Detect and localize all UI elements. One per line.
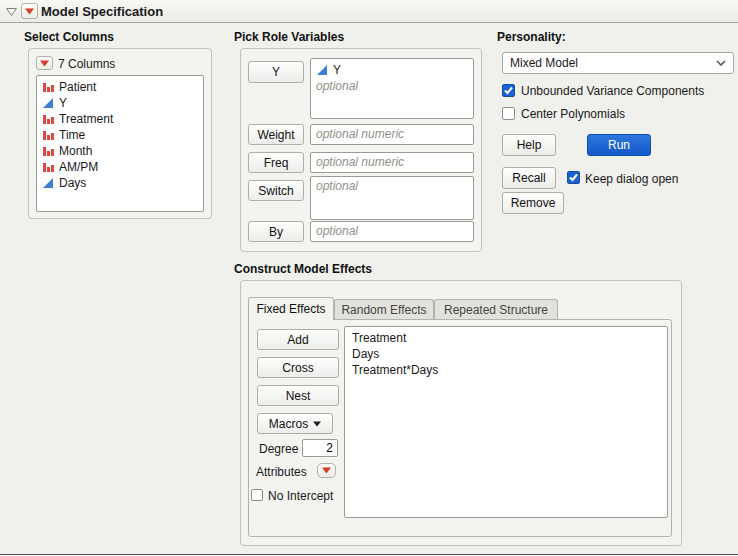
columns-listbox: Patient Y Treatment Time Month AM/PM Day…	[36, 75, 204, 212]
column-item-ampm[interactable]: AM/PM	[39, 159, 201, 175]
tab-label: Fixed Effects	[256, 302, 325, 316]
tab-repeated-structure[interactable]: Repeated Structure	[434, 299, 558, 319]
pick-roles-title: Pick Role Variables	[234, 30, 344, 44]
effect-label: Days	[352, 347, 379, 361]
effect-item[interactable]: Days	[349, 346, 663, 362]
center-polynomials-checkbox[interactable]	[502, 107, 515, 120]
macros-label: Macros	[269, 417, 308, 431]
chevron-down-icon	[716, 60, 726, 66]
remove-button[interactable]: Remove	[502, 192, 564, 214]
column-label: Days	[59, 176, 86, 190]
run-button[interactable]: Run	[587, 134, 651, 156]
freq-role-box[interactable]: optional numeric	[310, 152, 474, 173]
check-icon	[503, 85, 514, 96]
tab-label: Random Effects	[341, 303, 426, 317]
nominal-icon	[42, 161, 54, 173]
column-label: Treatment	[59, 112, 113, 126]
model-specification-window: Model Specification Select Columns 7 Col…	[0, 0, 738, 555]
page-title: Model Specification	[41, 4, 163, 19]
by-role-button[interactable]: By	[248, 221, 304, 242]
tab-random-effects[interactable]: Random Effects	[334, 299, 434, 319]
columns-count-label: 7 Columns	[58, 57, 115, 71]
continuous-icon	[42, 97, 54, 109]
personality-selected-value: Mixed Model	[510, 56, 578, 70]
degree-label: Degree	[259, 442, 298, 456]
no-intercept-checkbox[interactable]	[251, 489, 263, 501]
keep-dialog-open-label: Keep dialog open	[585, 172, 678, 186]
freq-role-placeholder: optional numeric	[311, 153, 473, 172]
continuous-icon	[316, 64, 328, 76]
switch-role-button[interactable]: Switch	[248, 180, 304, 201]
nominal-icon	[42, 129, 54, 141]
column-label: Patient	[59, 80, 96, 94]
unbounded-variance-checkbox[interactable]	[502, 84, 515, 97]
column-label: AM/PM	[59, 160, 98, 174]
effect-label: Treatment*Days	[352, 363, 438, 377]
effect-item[interactable]: Treatment	[349, 330, 663, 346]
column-item-month[interactable]: Month	[39, 143, 201, 159]
tab-fixed-effects[interactable]: Fixed Effects	[248, 297, 334, 320]
weight-role-placeholder: optional numeric	[311, 125, 473, 144]
column-item-days[interactable]: Days	[39, 175, 201, 191]
personality-select[interactable]: Mixed Model	[502, 52, 734, 74]
unbounded-variance-label: Unbounded Variance Components	[521, 84, 704, 98]
column-item-treatment[interactable]: Treatment	[39, 111, 201, 127]
column-label: Month	[59, 144, 92, 158]
by-role-placeholder: optional	[311, 222, 473, 241]
triangle-down-icon	[313, 421, 321, 427]
y-role-value: Y	[333, 63, 341, 77]
title-bar: Model Specification	[0, 0, 738, 23]
continuous-icon	[42, 177, 54, 189]
effects-listbox: Treatment Days Treatment*Days	[344, 326, 668, 518]
weight-role-box[interactable]: optional numeric	[310, 124, 474, 145]
column-label: Time	[59, 128, 85, 142]
attributes-label: Attributes	[256, 465, 307, 479]
red-triangle-menu-button[interactable]	[21, 3, 38, 19]
effect-label: Treatment	[352, 331, 406, 345]
column-label: Y	[59, 96, 67, 110]
freq-role-button[interactable]: Freq	[248, 152, 304, 173]
nominal-icon	[42, 81, 54, 93]
attributes-red-triangle-button[interactable]	[317, 463, 336, 478]
keep-dialog-open-checkbox[interactable]	[567, 171, 580, 184]
tab-label: Repeated Structure	[444, 303, 548, 317]
disclosure-triangle-icon[interactable]	[5, 7, 18, 17]
help-button[interactable]: Help	[502, 134, 556, 156]
cross-button[interactable]: Cross	[257, 357, 339, 378]
model-effects-title: Construct Model Effects	[234, 262, 372, 276]
y-role-box[interactable]: Y optional	[310, 58, 474, 119]
switch-role-box[interactable]: optional	[310, 176, 474, 220]
switch-role-placeholder: optional	[311, 177, 473, 196]
y-role-placeholder: optional	[316, 79, 358, 93]
column-item-time[interactable]: Time	[39, 127, 201, 143]
no-intercept-label: No Intercept	[268, 489, 333, 503]
select-columns-title: Select Columns	[24, 30, 114, 44]
columns-red-triangle-menu-button[interactable]	[36, 56, 53, 70]
effect-item[interactable]: Treatment*Days	[349, 362, 663, 378]
nest-button[interactable]: Nest	[257, 385, 339, 406]
y-role-button[interactable]: Y	[248, 61, 304, 83]
column-item-patient[interactable]: Patient	[39, 79, 201, 95]
recall-button[interactable]: Recall	[502, 167, 556, 189]
center-polynomials-label: Center Polynomials	[521, 107, 625, 121]
weight-role-button[interactable]: Weight	[248, 124, 304, 145]
check-icon	[568, 172, 579, 183]
macros-button[interactable]: Macros	[257, 413, 333, 434]
add-button[interactable]: Add	[257, 329, 339, 350]
degree-input[interactable]	[302, 439, 338, 457]
nominal-icon	[42, 145, 54, 157]
y-role-entry[interactable]: Y	[313, 62, 471, 78]
by-role-box[interactable]: optional	[310, 221, 474, 242]
column-item-y[interactable]: Y	[39, 95, 201, 111]
personality-label: Personality:	[497, 30, 566, 44]
nominal-icon	[42, 113, 54, 125]
